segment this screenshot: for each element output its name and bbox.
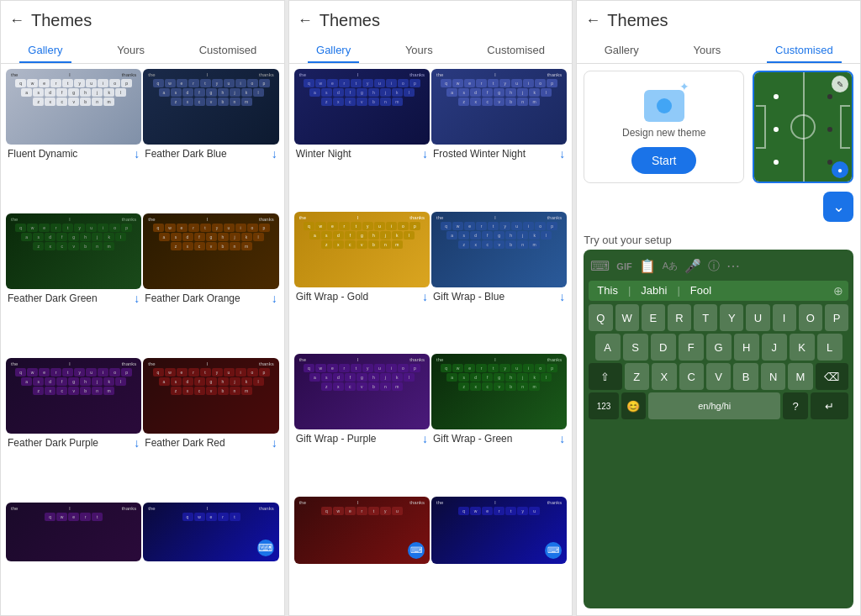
theme-gift-green[interactable]: thelthanks qwertyuiop asdfghjkl zxcvbnm … [431,354,567,495]
theme-preview-fluent: thelthanks qwertyuiop asdfghjkl zxcvbnm [6,69,141,145]
key-K[interactable]: K [790,334,815,361]
start-button[interactable]: Start [631,147,697,174]
more-icon[interactable]: ⋯ [726,258,740,274]
design-new-theme-card[interactable]: ✦ Design new theme Start [584,71,744,183]
theme-extra2[interactable]: thelthanks qwertyu ⌨ [431,497,567,611]
download-icon-fdr[interactable]: ↓ [272,436,277,450]
download-icon-fdg[interactable]: ↓ [134,292,140,305]
tab-yours-3[interactable]: Yours [685,39,730,63]
selected-radio-icon[interactable]: ● [832,161,848,178]
tab-yours-2[interactable]: Yours [397,39,441,63]
theme-label-fdr: Feather Dark Red [145,437,224,449]
key-G[interactable]: G [706,334,732,361]
panel-2-header: ← Themes [289,1,573,35]
download-icon-fdo[interactable]: ↓ [272,292,277,305]
key-U[interactable]: U [746,304,769,331]
theme-feather-dark-purple[interactable]: thelthanks qwertyuiop asdfghjkl zxcvbnm … [6,358,141,501]
theme-gift-purple[interactable]: thelthanks qwertyuiop asdfghjkl zxcvbnm … [294,354,430,495]
theme-feather-dark-orange[interactable]: thelthanks qwertyuiop asdfghjkl zxcvbnm … [143,213,278,356]
download-icon-winter[interactable]: ↓ [422,147,428,161]
key-R[interactable]: R [668,304,691,331]
tab-customised-2[interactable]: Customised [478,39,553,63]
key-F[interactable]: F [679,334,704,361]
panel3-customised-content: ✦ Design new theme Start [577,64,860,615]
theme-fluent-dynamic[interactable]: thelthanks qwertyuiop asdfghjkl zxcvbnm … [6,69,141,212]
theme-label-fdo: Feather Dark Orange [145,292,240,304]
theme-label-gift-green: Gift Wrap - Green [433,433,512,445]
tab-gallery-2[interactable]: Gallery [308,39,359,63]
download-icon-gift-blue[interactable]: ↓ [559,290,565,303]
theme-extra-p1-2[interactable]: thelthanks qwert ⌨ [143,503,278,610]
key-V[interactable]: V [706,363,731,390]
key-E[interactable]: E [642,304,665,331]
chevron-down-button[interactable]: ⌄ [823,192,853,222]
suggestion-fool[interactable]: Fool [687,284,715,297]
download-icon-gift-purple[interactable]: ↓ [422,432,428,445]
theme-feather-dark-blue[interactable]: thelthanks qwertyuiop asdfghjkl zxcvbnm … [143,69,278,212]
key-X[interactable]: X [652,363,676,390]
panel-1-tabs: Gallery Yours Customised [1,35,284,64]
key-I[interactable]: I [773,304,796,331]
download-icon-fdp[interactable]: ↓ [134,436,140,450]
download-icon-fluent[interactable]: ↓ [134,147,140,161]
back-button-3[interactable]: ← [585,12,600,29]
key-J[interactable]: J [762,334,787,361]
download-icon-fdb[interactable]: ↓ [272,147,277,161]
key-period[interactable]: ? [783,392,807,419]
translate-icon[interactable]: Aあ [663,260,678,272]
edit-icon[interactable]: ✎ [832,76,848,92]
theme-gift-gold[interactable]: thelthanks qwertyuiop asdfghjkl zxcvbnm … [294,212,430,353]
key-D[interactable]: D [651,334,676,361]
mic-icon[interactable]: 🎤 [684,258,701,274]
key-space[interactable]: en/hg/hi [648,392,780,419]
key-P[interactable]: P [825,304,848,331]
back-button-2[interactable]: ← [298,12,313,29]
gif-icon[interactable]: GIF [616,261,631,271]
theme-feather-dark-red[interactable]: thelthanks qwertyuiop asdfghjkl zxcvbnm … [143,358,278,501]
key-L[interactable]: L [817,334,843,361]
key-Y[interactable]: Y [720,304,743,331]
download-icon-frosted[interactable]: ↓ [559,147,565,161]
tab-customised-3[interactable]: Customised [767,39,842,63]
key-Z[interactable]: Z [625,363,649,390]
theme-winter-night[interactable]: thelthanks qwertyuiop asdfghjkl zxcvbnm … [294,69,430,210]
theme-gift-blue[interactable]: thelthanks qwertyuiop asdfghjkl zxcvbnm … [431,212,567,353]
tab-yours-1[interactable]: Yours [108,39,153,63]
theme-frosted-winter[interactable]: thelthanks qwertyuiop asdfghjkl zxcvbnm … [431,69,567,210]
key-shift[interactable]: ⇧ [589,363,621,390]
key-O[interactable]: O [799,304,822,331]
key-B[interactable]: B [733,363,758,390]
tab-customised-1[interactable]: Customised [191,39,266,63]
key-backspace[interactable]: ⌫ [816,363,848,390]
tab-gallery-3[interactable]: Gallery [596,39,647,63]
tab-gallery-1[interactable]: Gallery [19,39,71,63]
key-H[interactable]: H [734,334,759,361]
back-button-1[interactable]: ← [9,12,24,29]
add-suggestion-icon[interactable]: ⊕ [833,284,843,297]
download-icon-gift-gold[interactable]: ↓ [422,290,428,303]
key-T[interactable]: T [694,304,717,331]
theme-feather-dark-green[interactable]: thelthanks qwertyuiop asdfghjkl zxcvbnm … [6,213,141,356]
foosball-theme-preview[interactable]: ✎ ● [753,71,853,183]
key-A[interactable]: A [595,334,621,361]
key-Q[interactable]: Q [589,304,612,331]
field-center-circle [790,114,816,140]
key-W[interactable]: W [615,304,639,331]
key-enter[interactable]: ↵ [811,392,848,419]
key-N[interactable]: N [761,363,785,390]
key-C[interactable]: C [679,363,704,390]
key-123[interactable]: 123 [589,392,618,419]
download-icon-gift-green[interactable]: ↓ [559,432,565,445]
theme-preview-fdo: thelthanks qwertyuiop asdfghjkl zxcvbnm [143,213,278,289]
keyboard-row-3: ⇧ Z X C V B N M ⌫ [589,363,848,390]
theme-extra1[interactable]: thelthanks qwertyu ⌨ [294,497,430,611]
info-icon[interactable]: ⓘ [708,259,720,274]
suggestion-jabhi[interactable]: Jabhi [637,284,670,297]
key-M[interactable]: M [788,363,812,390]
suggestion-this[interactable]: This [594,284,621,297]
theme-extra-p1-1[interactable]: thelthanks qwert [6,503,141,610]
keyboard-icon[interactable]: ⌨ [590,258,610,274]
key-emoji[interactable]: 😊 [621,392,646,419]
key-S[interactable]: S [623,334,648,361]
clipboard-icon[interactable]: 📋 [639,258,656,274]
